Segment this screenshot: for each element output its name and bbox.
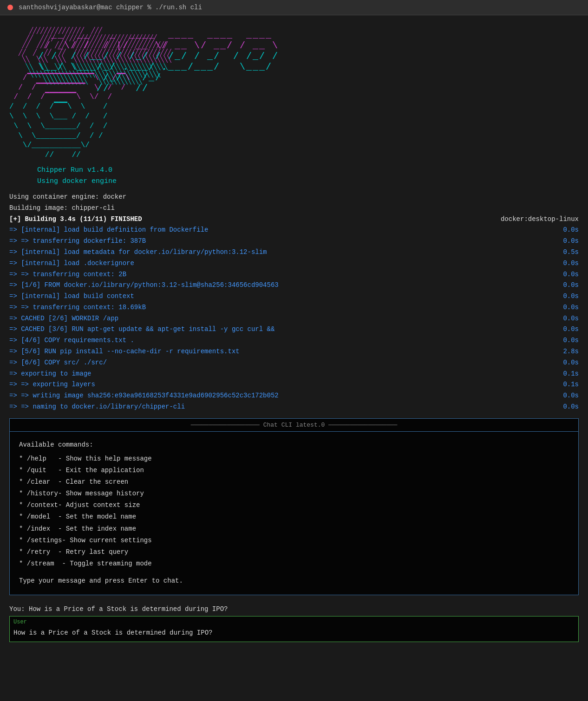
terminal-window: santhoshvijayabaskar@mac chipper % ./run… bbox=[0, 0, 588, 701]
cmd-desc: - Retry last query bbox=[50, 548, 128, 556]
user-question-area: You: How is a Price of a Stock is determ… bbox=[9, 604, 579, 642]
build-step-text: => => naming to docker.io/library/chippe… bbox=[9, 402, 185, 413]
build-step-time: 0.0s bbox=[563, 225, 579, 236]
build-step: => [5/6] RUN pip install --no-cache-dir … bbox=[9, 346, 579, 357]
build-step-time: 0.0s bbox=[563, 335, 579, 346]
title-bar: santhoshvijayabaskar@mac chipper % ./run… bbox=[0, 0, 588, 15]
build-step: => => exporting layers0.1s bbox=[9, 379, 579, 390]
cmd-desc: - Show this help message bbox=[46, 455, 152, 462]
title-text: santhoshvijayabaskar@mac chipper % ./run… bbox=[19, 4, 202, 11]
command-item: * /quit - Exit the application bbox=[19, 465, 569, 476]
cmd-name: * /clear bbox=[19, 478, 50, 486]
subtitle: Chipper Run v1.4.0 Using docker engine bbox=[37, 165, 579, 187]
command-item: * /history- Show message history bbox=[19, 488, 569, 500]
build-step: => => transferring context: 18.69kB0.0s bbox=[9, 302, 579, 313]
build-step-text: => => transferring dockerfile: 387B bbox=[9, 236, 146, 247]
build-step-text: => [5/6] RUN pip install --no-cache-dir … bbox=[9, 346, 240, 357]
chat-cli-header: ─────────────────── Chat CLI latest.0 ──… bbox=[10, 419, 578, 432]
build-step-time: 0.0s bbox=[563, 357, 579, 369]
terminal-body: ╱╱╱╱╱╱╱╱╱╱╱╱╱╱╱ ╱╱╱ ╱╱ ╱╱╱╱ ╱╱╱╱╱╱╱╱╱╱╱╱… bbox=[0, 15, 588, 649]
build-steps: => [internal] load build definition from… bbox=[9, 225, 579, 413]
build-step: => => naming to docker.io/library/chippe… bbox=[9, 402, 579, 413]
build-step: => [internal] load .dockerignore0.0s bbox=[9, 258, 579, 269]
build-step: => [6/6] COPY src/ ./src/0.0s bbox=[9, 357, 579, 369]
build-step-text: => => transferring context: 18.69kB bbox=[9, 302, 146, 313]
build-step-time: 0.0s bbox=[563, 269, 579, 280]
available-commands-title: Available commands: bbox=[19, 439, 569, 451]
build-line-engine: Using container engine: docker bbox=[9, 192, 579, 203]
build-step-text: => [internal] load build context bbox=[9, 291, 134, 302]
build-platform: docker:desktop-linux bbox=[501, 214, 579, 225]
logo-pre: /▔▔▔▔▔▔▔▔▔▔▔▔▔▔▔\ /▔▔\ / /▔▔▔▔▔▔▔▔▔▔▔ \ … bbox=[9, 73, 579, 160]
cmd-desc: - Exit the application bbox=[46, 467, 144, 474]
build-step: => [4/6] COPY requirements.txt .0.0s bbox=[9, 335, 579, 346]
build-step-text: => => writing image sha256:e93ea96168253… bbox=[9, 390, 279, 402]
cmd-name: * /quit bbox=[19, 467, 46, 474]
build-output: Using container engine: docker Building … bbox=[9, 192, 579, 413]
build-step-time: 0.1s bbox=[563, 369, 579, 380]
cmd-name: * /history bbox=[19, 490, 58, 497]
command-item: * /settings- Show current settings bbox=[19, 535, 569, 546]
command-item: * /context- Adjust context size bbox=[19, 500, 569, 511]
build-step: => [internal] load build definition from… bbox=[9, 225, 579, 236]
command-item: * /model - Set the model name bbox=[19, 511, 569, 523]
build-step: => CACHED [2/6] WORKDIR /app0.0s bbox=[9, 313, 579, 325]
command-item: * /stream - Toggle streaming mode bbox=[19, 558, 569, 570]
build-step-text: => [internal] load .dockerignore bbox=[9, 258, 134, 269]
build-line-finished: [+] Building 3.4s (11/11) FINISHED docke… bbox=[9, 214, 579, 225]
build-step-text: => => exporting layers bbox=[9, 379, 95, 390]
build-step-time: 0.0s bbox=[563, 313, 579, 325]
build-step-time: 0.0s bbox=[563, 291, 579, 302]
command-item: * /index - Set the index name bbox=[19, 523, 569, 535]
chat-cli-body: Available commands: * /help - Show this … bbox=[10, 432, 578, 594]
cmd-desc: - Set the index name bbox=[50, 525, 136, 532]
build-step-text: => exporting to image bbox=[9, 369, 91, 380]
cmd-desc: - Show current settings bbox=[62, 537, 151, 544]
build-step-text: => [6/6] COPY src/ ./src/ bbox=[9, 357, 107, 369]
build-step-time: 0.0s bbox=[563, 324, 579, 335]
subtitle-line1: Chipper Run v1.4.0 bbox=[37, 165, 579, 176]
cmd-name: * /settings bbox=[19, 537, 62, 544]
build-step-text: => [internal] load build definition from… bbox=[9, 225, 208, 236]
chat-cli-header-text: ─────────────────── Chat CLI latest.0 ──… bbox=[191, 422, 398, 428]
cmd-name: * /index bbox=[19, 525, 50, 532]
cmd-desc: - Show message history bbox=[58, 490, 144, 497]
build-step-text: => [1/6] FROM docker.io/library/python:3… bbox=[9, 280, 279, 291]
cmd-name: * /context bbox=[19, 501, 58, 509]
cmd-name: * /help bbox=[19, 455, 46, 462]
build-step-time: 0.0s bbox=[563, 280, 579, 291]
build-step-time: 0.5s bbox=[563, 247, 579, 258]
build-step: => [1/6] FROM docker.io/library/python:3… bbox=[9, 280, 579, 291]
build-step: => CACHED [3/6] RUN apt-get update && ap… bbox=[9, 324, 579, 335]
chat-type-message: Type your message and press Enter to cha… bbox=[19, 575, 569, 587]
build-step-text: => CACHED [2/6] WORKDIR /app bbox=[9, 313, 118, 325]
cmd-name: * /model bbox=[19, 513, 50, 520]
cmd-desc: - Clear the screen bbox=[50, 478, 128, 486]
build-step-time: 0.0s bbox=[563, 258, 579, 269]
cmd-name: * /retry bbox=[19, 548, 50, 556]
build-step-time: 0.0s bbox=[563, 302, 579, 313]
build-step: => [internal] load build context0.0s bbox=[9, 291, 579, 302]
build-finished-text: [+] Building 3.4s (11/11) FINISHED bbox=[9, 214, 142, 225]
build-step-time: 0.0s bbox=[563, 236, 579, 247]
build-step-time: 0.1s bbox=[563, 379, 579, 390]
build-step: => => writing image sha256:e93ea96168253… bbox=[9, 390, 579, 402]
cmd-desc: - Set the model name bbox=[50, 513, 136, 520]
build-step-text: => => transferring context: 2B bbox=[9, 269, 126, 280]
build-line-image: Building image: chipper-cli bbox=[9, 203, 579, 214]
build-step: => [internal] load metadata for docker.i… bbox=[9, 247, 579, 258]
cmd-name: * /stream bbox=[19, 560, 54, 567]
build-step-time: 0.0s bbox=[563, 390, 579, 402]
chat-cli-box: ─────────────────── Chat CLI latest.0 ──… bbox=[9, 418, 579, 595]
build-step: => => transferring dockerfile: 387B0.0s bbox=[9, 236, 579, 247]
command-item: * /help - Show this help message bbox=[19, 453, 569, 465]
user-input-label: User bbox=[10, 617, 578, 626]
user-input-box[interactable]: User How is a Price of a Stock is determ… bbox=[9, 616, 579, 642]
build-step-text: => CACHED [3/6] RUN apt-get update && ap… bbox=[9, 324, 274, 335]
build-step: => exporting to image0.1s bbox=[9, 369, 579, 380]
command-item: * /clear - Clear the screen bbox=[19, 476, 569, 488]
logo-visual: /▔▔▔▔▔▔▔▔▔▔▔▔▔▔▔\ /▔▔\ / /▔▔▔▔▔▔▔▔▔▔▔ \ … bbox=[9, 73, 579, 160]
you-label: You: How is a Price of a Stock is determ… bbox=[9, 604, 579, 614]
build-step-text: => [internal] load metadata for docker.i… bbox=[9, 247, 267, 258]
command-item: * /retry - Retry last query bbox=[19, 546, 569, 558]
